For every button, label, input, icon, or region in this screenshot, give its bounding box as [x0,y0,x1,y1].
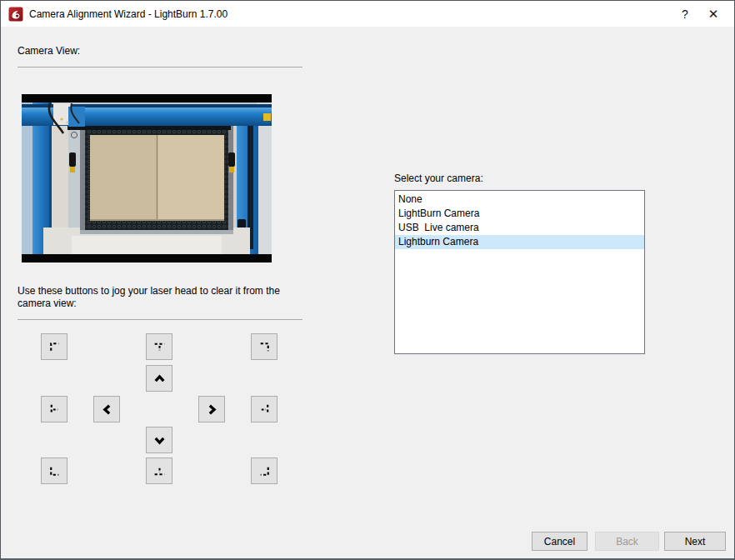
corner-bottom-right-icon [258,464,272,478]
edge-bottom-icon [152,464,167,478]
jog-up-button[interactable] [146,365,172,392]
jog-instructions-text: Use these buttons to jog your laser head… [18,285,308,310]
cancel-button[interactable]: Cancel [532,532,588,551]
select-camera-label: Select your camera: [394,172,483,184]
next-button[interactable]: Next [664,532,726,551]
lightburn-logo-icon [8,7,23,22]
camera-view-label: Camera View: [18,45,80,57]
edge-top-icon [152,340,167,354]
back-button[interactable]: Back [595,532,659,551]
jog-corner-top-left-button[interactable] [41,333,68,360]
edge-right-icon [258,402,272,417]
edge-left-icon [48,402,62,417]
camera-list-item-none[interactable]: None [395,192,644,207]
jog-edge-bottom-button[interactable] [146,458,172,484]
corner-top-left-icon [48,340,62,354]
camera-list-item-lightburn-camera[interactable]: LightBurn Camera [395,207,644,221]
camera-list[interactable]: None LightBurn Camera USB Live camera Li… [394,190,645,354]
separator-top [18,67,302,68]
close-button[interactable]: ✕ [699,1,728,27]
chevron-down-icon [152,433,167,448]
jog-edge-left-button[interactable] [41,396,68,422]
camera-alignment-wizard-window: Camera Alignment Wizard - LightBurn 1.7.… [0,0,735,560]
help-button[interactable]: ? [671,1,699,27]
jog-down-button[interactable] [146,427,172,453]
jog-corner-bottom-left-button[interactable] [41,458,68,484]
jog-edge-top-button[interactable] [146,333,172,360]
window-title: Camera Alignment Wizard - LightBurn 1.7.… [29,8,671,20]
jog-corner-bottom-right-button[interactable] [251,458,278,484]
chevron-left-icon [100,402,114,417]
jog-left-button[interactable] [93,396,120,422]
jog-corner-top-right-button[interactable] [251,333,278,360]
camera-list-item-usb-live-camera[interactable]: USB Live camera [395,221,644,235]
corner-bottom-left-icon [48,464,62,478]
chevron-right-icon [205,402,219,417]
camera-preview-image [22,94,272,262]
title-bar: Camera Alignment Wizard - LightBurn 1.7.… [1,1,734,27]
corner-top-right-icon [258,340,272,354]
jog-edge-right-button[interactable] [251,396,278,422]
separator-jog [18,319,302,320]
camera-list-item-lightburn-camera-selected[interactable]: Lightburn Camera [395,235,644,249]
chevron-up-icon [152,372,167,386]
jog-right-button[interactable] [198,396,225,422]
